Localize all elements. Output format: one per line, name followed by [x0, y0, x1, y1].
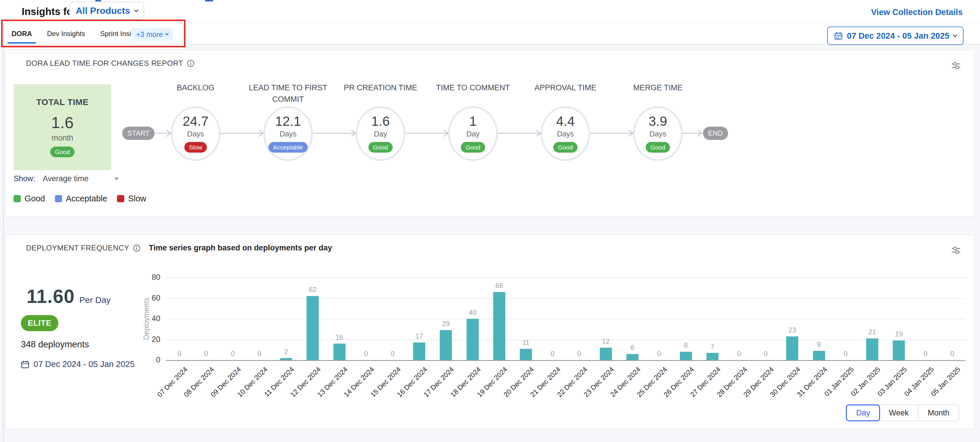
gridline-60: [166, 298, 966, 299]
legend-swatch: [117, 195, 124, 202]
gridline-0: [166, 360, 966, 361]
chart-bar[interactable]: [893, 341, 905, 360]
bar-value-label: 9: [802, 341, 837, 349]
gridline-80: [166, 277, 966, 278]
dashboard-page: Insights for All Products View Collectio…: [0, 0, 980, 442]
stage-status-badge: Good: [646, 142, 670, 153]
stage-circle-backlog: 24.7DaysSlow: [171, 106, 220, 161]
x-axis-label: 11 Dec 2024: [241, 365, 296, 420]
screenshot-artifact: [95, 0, 101, 2]
top-header-bar: Insights for All Products View Collectio…: [0, 0, 980, 22]
screenshot-artifact: [205, 0, 213, 2]
x-axis-label: 18 Dec 2024: [428, 365, 482, 420]
chart-bar[interactable]: [280, 358, 292, 360]
gridline-40: [166, 319, 966, 319]
granularity-day[interactable]: Day: [846, 404, 880, 421]
stage-unit: Days: [557, 130, 574, 138]
show-metric-dropdown[interactable]: Show: Average time: [14, 174, 118, 183]
x-axis-label: 12 Dec 2024: [268, 365, 323, 420]
bar-value-label: 16: [322, 333, 357, 341]
stage-status-badge: Acceptable: [269, 142, 308, 153]
stage-circle-pr-creation-time: 1.6DayGood: [356, 106, 405, 161]
chart-bar[interactable]: [333, 344, 345, 360]
x-axis-label: 29 Dec 2024: [721, 365, 776, 420]
bar-value-label: 7: [695, 342, 730, 350]
chart-bar[interactable]: [440, 330, 452, 360]
y-tick-40: 40: [116, 314, 160, 323]
flow-start-pill: START: [122, 127, 154, 140]
granularity-month[interactable]: Month: [918, 404, 959, 421]
stage-value: 4.4: [556, 114, 575, 128]
status-legend: GoodAcceptableSlow: [14, 194, 146, 203]
legend-item-slow: Slow: [117, 194, 146, 203]
stage-label-time-to-comment: TIME TO COMMENT: [427, 82, 519, 93]
x-axis-label: 19 Dec 2024: [454, 365, 509, 420]
chart-bar[interactable]: [413, 342, 425, 360]
bar-value-label: 19: [881, 330, 916, 338]
stage-label-pr-creation-time: PR CREATION TIME: [334, 82, 427, 93]
chart-bar[interactable]: [866, 338, 878, 360]
lead-time-flow: TOTAL TIME 1.6 month Good START END BACK…: [6, 50, 974, 216]
chart-bar[interactable]: [307, 296, 319, 360]
stage-label-approval-time: APPROVAL TIME: [519, 82, 612, 93]
tab-dev-insights[interactable]: Dev Insights: [47, 23, 85, 44]
x-axis-label: 21 Dec 2024: [508, 365, 563, 420]
legend-label: Good: [25, 194, 45, 203]
chevron-down-icon: [134, 8, 139, 12]
chart-bar[interactable]: [813, 351, 825, 360]
y-tick-20: 20: [116, 335, 160, 344]
chart-bar[interactable]: [466, 319, 479, 360]
bar-value-label: 66: [482, 282, 517, 290]
chart-bar[interactable]: [600, 348, 612, 360]
bar-value-label: 0: [375, 350, 410, 358]
left-edge-divider: [3, 22, 4, 442]
stage-unit: Days: [279, 130, 296, 138]
stage-label-lead-time-to-first-commit: LEAD TIME TO FIRST COMMIT: [242, 82, 334, 105]
bar-value-label: 2: [269, 348, 303, 356]
chevron-down-icon: [953, 33, 958, 37]
more-tabs-button[interactable]: +3 more: [132, 28, 173, 41]
chart-bar[interactable]: [706, 353, 719, 360]
stage-value: 1: [469, 114, 477, 128]
more-tabs-label: +3 more: [136, 30, 163, 39]
x-axis-label: 20 Dec 2024: [481, 365, 536, 420]
x-axis-label: 27 Dec 2024: [667, 365, 722, 420]
legend-item-good: Good: [14, 194, 45, 203]
chart-area: Deployments 020406080007 Dec 2024008 Dec…: [6, 235, 974, 429]
product-selector-dropdown[interactable]: All Products: [69, 2, 144, 20]
chevron-down-icon: [165, 32, 169, 35]
x-axis-label: 17 Dec 2024: [401, 365, 456, 420]
stage-status-badge: Good: [553, 142, 577, 153]
chart-bar[interactable]: [520, 349, 532, 360]
chart-bar[interactable]: [786, 336, 798, 360]
stage-status-badge: Good: [461, 142, 485, 153]
x-axis-label: 25 Dec 2024: [614, 365, 669, 420]
chevron-down-icon: [115, 176, 118, 180]
tabs-bar: DORADev InsightsSprint Insights +3 more …: [0, 22, 980, 45]
granularity-week[interactable]: Week: [880, 404, 918, 421]
chart-bar[interactable]: [680, 352, 692, 360]
tab-dora[interactable]: DORA: [11, 23, 32, 44]
chart-bar[interactable]: [626, 354, 638, 360]
x-axis-label: 07 Dec 2024: [134, 365, 189, 420]
x-axis-label: 31 Dec 2024: [774, 365, 829, 420]
stage-circle-lead-time-to-first-commit: 12.1DaysAcceptable: [263, 106, 313, 161]
bar-value-label: 0: [748, 350, 783, 358]
bar-value-label: 17: [402, 332, 437, 340]
x-axis-label: 16 Dec 2024: [374, 365, 429, 420]
x-axis-label: 26 Dec 2024: [641, 365, 696, 420]
stage-value: 24.7: [183, 114, 208, 128]
stage-circle-approval-time: 4.4DaysGood: [541, 106, 590, 161]
stage-label-merge-time: MERGE TIME: [612, 82, 704, 93]
stage-unit: Days: [187, 130, 204, 138]
x-axis-label: 28 Dec 2024: [694, 365, 749, 420]
show-label: Show:: [14, 174, 35, 183]
date-range-picker[interactable]: 07 Dec 2024 - 05 Jan 2025: [827, 27, 964, 45]
view-collection-details-link[interactable]: View Collection Details: [871, 8, 963, 17]
stage-status-badge: Good: [368, 142, 392, 153]
product-selector-value: All Products: [76, 5, 130, 16]
legend-swatch: [14, 195, 21, 202]
chart-bar[interactable]: [493, 292, 505, 360]
stage-circle-time-to-comment: 1DayGood: [448, 106, 498, 161]
stage-circle-merge-time: 3.9DaysGood: [633, 106, 683, 161]
